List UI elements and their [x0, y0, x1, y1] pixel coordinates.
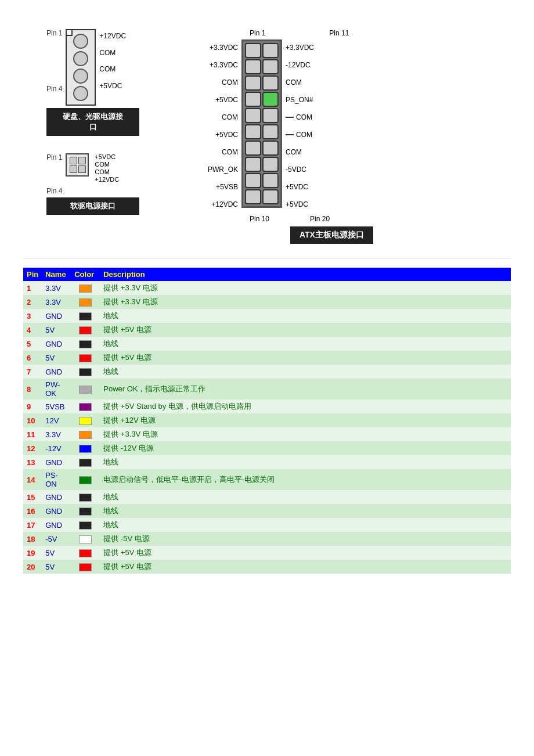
- cell-name: 3.3V: [42, 281, 71, 295]
- cell-color: [71, 441, 100, 455]
- table-row: 18-5V提供 -5V 电源: [23, 532, 511, 546]
- cell-name: GND: [42, 337, 71, 351]
- color-swatch: [79, 285, 92, 293]
- atx-left-label-8: +5VSB: [197, 179, 238, 195]
- cell-pin: 8: [23, 379, 42, 399]
- table-row: 65V提供 +5V 电源: [23, 351, 511, 365]
- hdd-pin1-label: Pin 1: [46, 29, 62, 37]
- cell-color: [71, 427, 100, 441]
- table-row: 195V提供 +5V 电源: [23, 546, 511, 560]
- hdd-pin4-label: Pin 4: [46, 85, 62, 93]
- cell-color: [71, 518, 100, 532]
- cell-name: PS-ON: [42, 469, 71, 490]
- color-swatch: [79, 340, 92, 348]
- cell-color: [71, 455, 100, 469]
- atx-pin1-top-label: Pin 1: [250, 29, 265, 37]
- floppy-connector-diagram: Pin 1 Pin 4 +5VDC COM COM +12VDC: [46, 153, 163, 215]
- cell-pin: 16: [23, 504, 42, 518]
- atx-p-9-1: [245, 173, 261, 188]
- table-row: 8PW-OKPower OK，指示电源正常工作: [23, 379, 511, 399]
- cell-pin: 13: [23, 455, 42, 469]
- floppy-sq-4: [78, 165, 86, 173]
- atx-p-2-1: [245, 59, 261, 74]
- cell-name: 5V: [42, 323, 71, 337]
- cell-color: [71, 560, 100, 574]
- cell-name: GND: [42, 490, 71, 504]
- hdd-label-5v: +5VDC: [99, 82, 126, 90]
- cell-desc: 地线: [100, 504, 511, 518]
- cell-desc: 地线: [100, 365, 511, 379]
- hdd-pin-circle-2: [73, 51, 88, 66]
- hdd-label-com2: COM: [99, 65, 126, 73]
- cell-desc: 提供 -12V 电源: [100, 441, 511, 455]
- cell-desc: 提供 +5V Stand by 电源，供电源启动电路用: [100, 399, 511, 413]
- atx-left-label-3: +5VDC: [197, 92, 238, 108]
- cell-name: 5V: [42, 546, 71, 560]
- col-header-desc: Description: [100, 268, 511, 281]
- color-swatch: [79, 417, 92, 425]
- cell-pin: 9: [23, 399, 42, 413]
- color-swatch: [79, 476, 92, 484]
- atx-right-label-8: +5VDC: [286, 179, 326, 195]
- cell-pin: 5: [23, 337, 42, 351]
- table-row: 13GND地线: [23, 455, 511, 469]
- floppy-sq-3: [70, 165, 77, 173]
- atx-left-label-9: +12VDC: [197, 196, 238, 213]
- hdd-connector-diagram: Pin 1 Pin 4 +12VDC COM COM +5V: [46, 29, 163, 136]
- floppy-sq-2: [78, 157, 86, 164]
- table-row: 205V提供 +5V 电源: [23, 560, 511, 574]
- cell-desc: 提供 +5V 电源: [100, 323, 511, 337]
- cell-pin: 10: [23, 413, 42, 427]
- table-section: Pin Name Color Description 13.3V提供 +3.3V…: [12, 268, 522, 574]
- color-swatch: [79, 507, 92, 516]
- table-row: 23.3V提供 +3.3V 电源: [23, 295, 511, 309]
- cell-name: 3.3V: [42, 295, 71, 309]
- atx-left-label-5: +5VDC: [197, 127, 238, 143]
- hdd-caption: 硬盘、光驱电源接 口: [46, 108, 139, 136]
- cell-desc: 地线: [100, 309, 511, 323]
- cell-name: GND: [42, 365, 71, 379]
- color-swatch: [79, 386, 92, 394]
- color-swatch: [79, 326, 92, 334]
- cell-pin: 7: [23, 365, 42, 379]
- cell-color: [71, 546, 100, 560]
- table-row: 45V提供 +5V 电源: [23, 323, 511, 337]
- table-row: 13.3V提供 +3.3V 电源: [23, 281, 511, 295]
- cell-desc: 地线: [100, 455, 511, 469]
- cell-pin: 20: [23, 560, 42, 574]
- atx-right-label-7: -5VDC: [286, 161, 326, 178]
- cell-desc: 提供 -5V 电源: [100, 532, 511, 546]
- atx-p-3-1: [245, 75, 261, 91]
- atx-p-10-2: [262, 189, 279, 204]
- atx-right-label-1: -12VDC: [286, 57, 326, 73]
- cell-desc: Power OK，指示电源正常工作: [100, 379, 511, 399]
- cell-name: 5VSB: [42, 399, 71, 413]
- color-swatch: [79, 535, 92, 543]
- color-swatch: [79, 445, 92, 453]
- atx-right-label-4: COM: [286, 109, 326, 125]
- atx-p-2-2: [262, 59, 279, 74]
- atx-p-5-1: [245, 108, 261, 123]
- atx-left-label-4: COM: [197, 109, 238, 125]
- hdd-label-com1: COM: [99, 49, 126, 57]
- cell-name: 5V: [42, 351, 71, 365]
- cell-pin: 18: [23, 532, 42, 546]
- table-row: 12-12V提供 -12V 电源: [23, 441, 511, 455]
- cell-color: [71, 504, 100, 518]
- atx-p-7-1: [245, 141, 261, 156]
- atx-p-8-1: [245, 157, 261, 172]
- table-row: 7GND地线: [23, 365, 511, 379]
- floppy-label-5v: +5VDC: [95, 153, 119, 160]
- atx-p-5-2: [262, 108, 279, 123]
- cell-pin: 6: [23, 351, 42, 365]
- col-header-color: Color: [71, 268, 100, 281]
- cell-color: [71, 337, 100, 351]
- cell-desc: 提供 +3.3V 电源: [100, 281, 511, 295]
- cell-desc: 电源启动信号，低电平-电源开启，高电平-电源关闭: [100, 469, 511, 490]
- cell-pin: 2: [23, 295, 42, 309]
- floppy-label-com1: COM: [95, 161, 119, 168]
- cell-color: [71, 323, 100, 337]
- hdd-pin-circle-3: [73, 69, 88, 84]
- cell-name: PW-OK: [42, 379, 71, 399]
- cell-color: [71, 490, 100, 504]
